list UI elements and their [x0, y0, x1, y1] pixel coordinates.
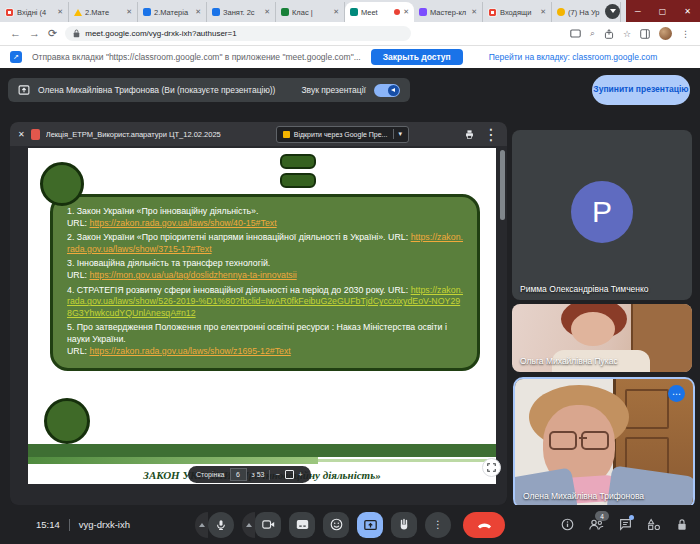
microphone-button[interactable]	[208, 512, 234, 538]
go-to-tab-link[interactable]: Перейти на вкладку: classroom.google.com	[489, 52, 658, 62]
back-button[interactable]: ←	[10, 28, 21, 39]
slide-link[interactable]: https://zakon.rada.gov.ua/laws/show/40-1…	[90, 218, 277, 228]
forward-button[interactable]: →	[29, 28, 40, 39]
close-tab-icon[interactable]: ✕	[264, 8, 270, 16]
glasses-icon	[549, 431, 577, 450]
zoom-out-button[interactable]: −	[275, 471, 279, 478]
reload-button[interactable]: ⟳	[48, 28, 57, 39]
browser-tab-strip: Вхідні (4 ✕ 2.Мате ✕ 2.Матеріа ✕ Занят. …	[0, 0, 700, 22]
chat-button[interactable]	[619, 518, 632, 531]
print-icon[interactable]	[464, 129, 475, 140]
tab-meet-active[interactable]: Meet ✕	[345, 2, 414, 22]
document-filename: Лекція_ЕТРМ_Використ.апаратури ЦТ_12.02.…	[46, 130, 221, 139]
classroom-icon	[281, 8, 289, 16]
participant-tile-olena-active-speaker[interactable]: ⋯ Олена Михайлівна Трифонова	[513, 377, 695, 509]
slide-footer-bar-dark	[28, 444, 496, 457]
tab-lesson[interactable]: Занят. 2с ✕	[207, 2, 276, 22]
unread-dot	[629, 515, 634, 520]
padlock-icon	[73, 29, 80, 38]
close-tab-icon[interactable]: ✕	[471, 8, 477, 16]
end-call-icon	[477, 521, 492, 529]
open-with-caret-icon[interactable]: ▾	[398, 130, 402, 138]
close-tab-icon[interactable]: ✕	[57, 8, 63, 16]
shared-screen-tile[interactable]: ✕ Лекція_ЕТРМ_Використ.апаратури ЦТ_12.0…	[10, 122, 507, 505]
participant-name: Ольга Михайлівна Пукас	[520, 356, 618, 366]
tab-classroom[interactable]: Клас | ✕	[276, 2, 345, 22]
slide-item: 1. Закон України «Про інноваційну діяльн…	[67, 206, 463, 229]
close-tab-icon[interactable]: ✕	[333, 8, 339, 16]
window-close-button[interactable]: ✕	[684, 7, 691, 16]
fullscreen-button[interactable]	[482, 458, 501, 477]
tab-drive-folder[interactable]: 2.Мате ✕	[69, 2, 138, 22]
minimize-button[interactable]: ─	[635, 7, 641, 16]
participants-button[interactable]: 4	[589, 518, 604, 531]
fit-page-button[interactable]	[285, 470, 294, 479]
zoom-in-button[interactable]: +	[299, 471, 303, 478]
gmail-icon	[5, 8, 14, 17]
slides-app-icon	[283, 131, 290, 138]
side-panel-icon[interactable]	[640, 29, 650, 39]
browser-menu-icon[interactable]: ⋮	[681, 29, 690, 39]
notification-text: Отправка вкладки "https://classroom.goog…	[32, 52, 361, 62]
tab-masterclass[interactable]: Мастер-кл ✕	[414, 2, 483, 22]
close-tab-icon[interactable]: ✕	[126, 8, 132, 16]
url-input[interactable]: meet.google.com/vyg-drxk-ixh?authuser=1	[65, 26, 411, 41]
meet-icon	[350, 8, 358, 16]
participant-tile-rymma[interactable]: Р Римма Олександрівна Тимченко	[512, 130, 692, 300]
presentation-audio-toggle[interactable]	[374, 84, 400, 97]
meeting-details-button[interactable]	[561, 518, 574, 531]
share-icon[interactable]	[604, 29, 614, 39]
mic-options-button[interactable]	[195, 512, 208, 538]
captions-icon	[296, 519, 309, 530]
activities-shapes-icon	[647, 518, 661, 531]
tab-label: Вхідні (4	[17, 8, 54, 17]
close-document-icon[interactable]: ✕	[18, 130, 25, 139]
tab-search-button[interactable]	[605, 4, 620, 19]
maximize-button[interactable]: ▢	[659, 7, 667, 16]
page-total: з 53	[252, 471, 265, 478]
camera-options-button[interactable]	[242, 512, 255, 538]
present-icon	[364, 519, 377, 531]
activities-button[interactable]	[647, 518, 661, 531]
purple-app-icon	[419, 8, 427, 16]
open-with-button[interactable]: Відкрити через Google Пре... ▾	[276, 126, 409, 143]
pdf-scrollbar[interactable]	[500, 150, 505, 220]
present-now-button-active[interactable]	[357, 512, 383, 538]
tile-options-button[interactable]: ⋯	[668, 385, 685, 402]
cast-tab-icon: ↗	[10, 51, 22, 63]
tab-label: (7) На Ур	[568, 8, 606, 17]
tab-materials[interactable]: 2.Матеріа ✕	[138, 2, 207, 22]
close-tab-icon[interactable]: ✕	[540, 8, 546, 16]
pdf-page-controls: Сторінка 6 з 53 − +	[188, 466, 311, 483]
camera-button[interactable]	[255, 512, 281, 538]
speaker-icon	[388, 85, 399, 96]
info-icon	[561, 518, 574, 531]
pdf-menu-icon[interactable]: ⋮	[483, 125, 499, 144]
window-controls: ─ ▢ ✕	[626, 0, 700, 22]
participant-tile-olha[interactable]: Ольга Михайлівна Пукас	[512, 304, 692, 372]
tab-gmail-ru[interactable]: Входящи ✕	[483, 2, 552, 22]
slide-decoration-circle-bottom	[44, 398, 90, 444]
raise-hand-button[interactable]	[391, 512, 417, 538]
stop-sharing-access-button[interactable]: Закрыть доступ	[371, 49, 463, 65]
host-controls-button[interactable]	[676, 518, 688, 531]
search-icon[interactable]: ⌕	[590, 28, 595, 39]
leave-call-button[interactable]	[463, 512, 505, 538]
close-tab-icon[interactable]: ✕	[195, 8, 201, 16]
stop-presentation-button[interactable]: Зупинити презентацію	[592, 75, 690, 105]
profile-avatar[interactable]	[659, 27, 672, 40]
reactions-button[interactable]	[323, 512, 349, 538]
bookmark-star-icon[interactable]: ☆	[623, 29, 631, 39]
meet-bottom-bar: 15:14 vyg-drxk-ixh	[0, 505, 700, 544]
tab-gmail-inbox[interactable]: Вхідні (4 ✕	[0, 2, 69, 22]
close-tab-icon[interactable]: ✕	[403, 8, 409, 16]
page-number-input[interactable]: 6	[230, 468, 247, 481]
more-options-button[interactable]: ⋮	[425, 512, 451, 538]
captions-button[interactable]	[289, 512, 315, 538]
meeting-code: vyg-drxk-ixh	[79, 519, 130, 530]
slide-link[interactable]: https://zakon.rada.gov.ua/laws/show/z169…	[90, 346, 291, 356]
slide-link[interactable]: https://mon.gov.ua/ua/tag/doslidzhennya-…	[90, 270, 297, 280]
card-icon[interactable]	[570, 29, 581, 38]
presentation-audio-label: Звук презентації	[301, 85, 366, 95]
naurok-icon	[557, 8, 565, 16]
